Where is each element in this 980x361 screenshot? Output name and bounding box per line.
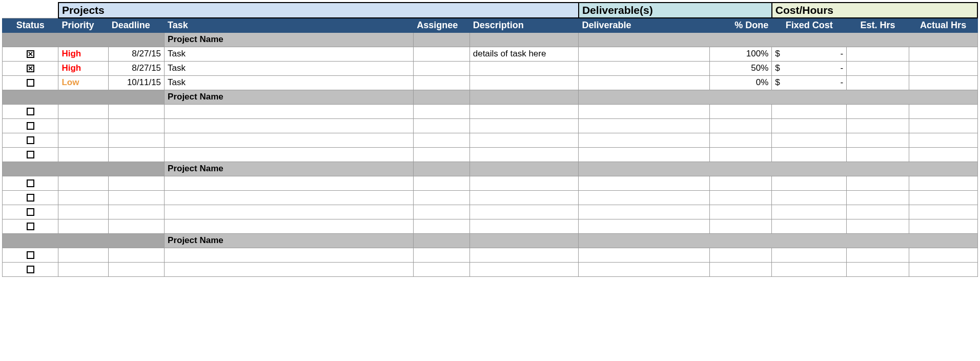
- cell-priority[interactable]: [58, 104, 108, 118]
- cell-est-hrs[interactable]: [847, 205, 909, 219]
- cell-actual-hrs[interactable]: [909, 61, 977, 75]
- cell-status[interactable]: [3, 262, 58, 276]
- cell-description[interactable]: [469, 118, 579, 133]
- cell-deliverable[interactable]: [579, 262, 709, 276]
- cell-priority[interactable]: Low: [58, 75, 108, 90]
- cell-description[interactable]: [469, 262, 579, 276]
- cell-assignee[interactable]: [414, 219, 469, 233]
- cell-fixed-cost[interactable]: [772, 190, 847, 205]
- cell-actual-hrs[interactable]: [909, 205, 977, 219]
- cell-deliverable[interactable]: [579, 104, 709, 118]
- cell-assignee[interactable]: [414, 205, 469, 219]
- checkbox-checked-icon[interactable]: ✕: [27, 65, 34, 72]
- cell-pct-done[interactable]: 0%: [709, 75, 772, 90]
- cell-est-hrs[interactable]: [847, 104, 909, 118]
- cell-deadline[interactable]: [108, 133, 164, 147]
- cell-actual-hrs[interactable]: [909, 248, 977, 262]
- checkbox-empty-icon[interactable]: [27, 136, 34, 144]
- cell-fixed-cost[interactable]: [772, 133, 847, 147]
- cell-status[interactable]: [3, 190, 58, 205]
- cell-status[interactable]: [3, 176, 58, 190]
- cell-deliverable[interactable]: [579, 133, 709, 147]
- cell-pct-done[interactable]: [709, 118, 772, 133]
- group-name[interactable]: Project Name: [165, 233, 414, 248]
- cell-description[interactable]: [469, 61, 579, 75]
- cell-fixed-cost[interactable]: [772, 205, 847, 219]
- cell-deliverable[interactable]: [579, 47, 709, 61]
- cell-deadline[interactable]: [108, 104, 164, 118]
- cell-description[interactable]: [469, 219, 579, 233]
- cell-fixed-cost[interactable]: [772, 219, 847, 233]
- cell-assignee[interactable]: [414, 47, 469, 61]
- cell-est-hrs[interactable]: [847, 75, 909, 90]
- cell-deliverable[interactable]: [579, 176, 709, 190]
- cell-assignee[interactable]: [414, 190, 469, 205]
- cell-pct-done[interactable]: [709, 147, 772, 162]
- cell-deadline[interactable]: [108, 205, 164, 219]
- checkbox-empty-icon[interactable]: [27, 179, 34, 187]
- group-name[interactable]: Project Name: [165, 90, 414, 104]
- cell-deadline[interactable]: [108, 118, 164, 133]
- checkbox-empty-icon[interactable]: [27, 223, 34, 230]
- cell-priority[interactable]: [58, 118, 108, 133]
- cell-actual-hrs[interactable]: [909, 104, 977, 118]
- cell-deadline[interactable]: [108, 219, 164, 233]
- cell-fixed-cost[interactable]: [772, 118, 847, 133]
- cell-fixed-cost[interactable]: [772, 104, 847, 118]
- cell-description[interactable]: [469, 190, 579, 205]
- cell-task[interactable]: [165, 219, 414, 233]
- cell-actual-hrs[interactable]: [909, 133, 977, 147]
- cell-deliverable[interactable]: [579, 219, 709, 233]
- cell-status[interactable]: [3, 147, 58, 162]
- checkbox-empty-icon[interactable]: [27, 79, 34, 87]
- cell-priority[interactable]: [58, 219, 108, 233]
- cell-deliverable[interactable]: [579, 75, 709, 90]
- cell-est-hrs[interactable]: [847, 118, 909, 133]
- checkbox-empty-icon[interactable]: [27, 108, 34, 115]
- cell-priority[interactable]: [58, 133, 108, 147]
- cell-fixed-cost[interactable]: [772, 147, 847, 162]
- checkbox-empty-icon[interactable]: [27, 251, 34, 259]
- cell-task[interactable]: Task: [165, 47, 414, 61]
- cell-assignee[interactable]: [414, 147, 469, 162]
- cell-est-hrs[interactable]: [847, 147, 909, 162]
- cell-assignee[interactable]: [414, 118, 469, 133]
- cell-pct-done[interactable]: [709, 176, 772, 190]
- cell-fixed-cost[interactable]: $-: [772, 75, 847, 90]
- cell-actual-hrs[interactable]: [909, 190, 977, 205]
- cell-est-hrs[interactable]: [847, 262, 909, 276]
- cell-priority[interactable]: [58, 205, 108, 219]
- cell-priority[interactable]: [58, 262, 108, 276]
- cell-deliverable[interactable]: [579, 190, 709, 205]
- cell-est-hrs[interactable]: [847, 61, 909, 75]
- checkbox-empty-icon[interactable]: [27, 122, 34, 130]
- cell-est-hrs[interactable]: [847, 176, 909, 190]
- cell-description[interactable]: [469, 248, 579, 262]
- cell-assignee[interactable]: [414, 75, 469, 90]
- cell-status[interactable]: [3, 118, 58, 133]
- cell-deadline[interactable]: [108, 248, 164, 262]
- cell-est-hrs[interactable]: [847, 133, 909, 147]
- checkbox-checked-icon[interactable]: ✕: [27, 50, 34, 58]
- cell-pct-done[interactable]: [709, 190, 772, 205]
- cell-description[interactable]: [469, 75, 579, 90]
- cell-deadline[interactable]: [108, 190, 164, 205]
- cell-status[interactable]: [3, 75, 58, 90]
- cell-status[interactable]: ✕: [3, 61, 58, 75]
- cell-deliverable[interactable]: [579, 147, 709, 162]
- cell-actual-hrs[interactable]: [909, 118, 977, 133]
- cell-pct-done[interactable]: [709, 262, 772, 276]
- cell-task[interactable]: [165, 205, 414, 219]
- cell-priority[interactable]: [58, 190, 108, 205]
- cell-actual-hrs[interactable]: [909, 219, 977, 233]
- cell-assignee[interactable]: [414, 104, 469, 118]
- cell-pct-done[interactable]: 100%: [709, 47, 772, 61]
- cell-priority[interactable]: [58, 147, 108, 162]
- cell-task[interactable]: [165, 262, 414, 276]
- cell-deadline[interactable]: [108, 147, 164, 162]
- cell-status[interactable]: [3, 248, 58, 262]
- cell-pct-done[interactable]: [709, 133, 772, 147]
- cell-status[interactable]: [3, 104, 58, 118]
- cell-fixed-cost[interactable]: [772, 248, 847, 262]
- cell-deliverable[interactable]: [579, 205, 709, 219]
